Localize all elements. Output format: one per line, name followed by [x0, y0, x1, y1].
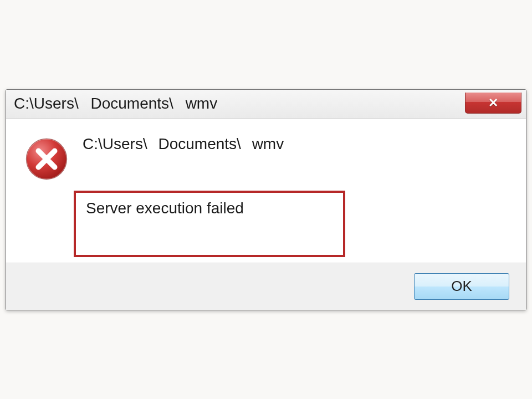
close-icon: ✕ [488, 97, 498, 109]
ok-button[interactable]: OK [414, 273, 509, 300]
close-button[interactable]: ✕ [465, 93, 521, 114]
titlebar: C:\Users\ Documents\ wmv ✕ [6, 90, 526, 119]
file-path: C:\Users\ Documents\ wmv [83, 135, 507, 153]
error-icon [25, 137, 68, 181]
error-dialog: C:\Users\ Documents\ wmv ✕ C:\Users\ [6, 89, 526, 310]
body-text: C:\Users\ Documents\ wmv [83, 134, 507, 153]
dialog-body: C:\Users\ Documents\ wmv Server executio… [6, 119, 526, 263]
window-title: C:\Users\ Documents\ wmv [14, 95, 217, 112]
button-bar: OK [6, 263, 526, 310]
message-highlight: Server execution failed [74, 191, 345, 257]
ok-button-label: OK [451, 278, 472, 295]
body-row: C:\Users\ Documents\ wmv [25, 134, 507, 181]
error-message: Server execution failed [86, 200, 244, 217]
